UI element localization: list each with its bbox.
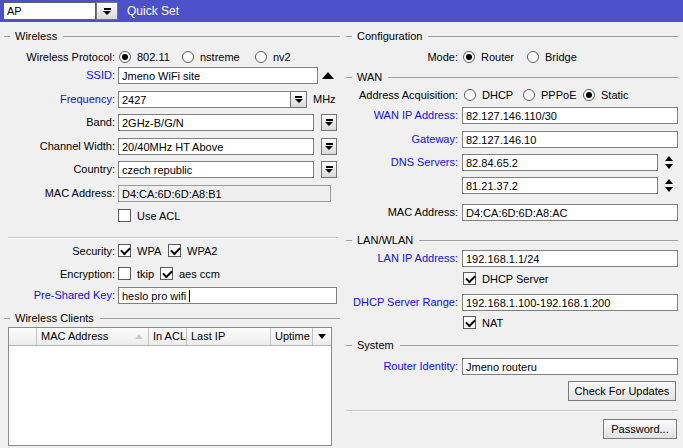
aes-ccm-label[interactable]: aes ccm: [179, 267, 220, 281]
wireless-clients-section-header: Wireless Clients: [4, 312, 340, 325]
channel-width-input[interactable]: [118, 138, 314, 155]
pre-shared-key-input[interactable]: [118, 287, 337, 304]
dns-servers-label: DNS Servers:: [330, 154, 458, 171]
left-divider: [8, 237, 338, 239]
wan-section-header: WAN: [346, 71, 678, 84]
table-header-in-acl[interactable]: In ACL: [149, 328, 187, 345]
radio-protocol-nv2[interactable]: [255, 51, 267, 63]
use-acl-label[interactable]: Use ACL: [137, 209, 180, 223]
check-for-updates-button[interactable]: Check For Updates: [568, 381, 676, 401]
section-dash: [4, 318, 10, 319]
section-line: [400, 345, 678, 346]
column-title: In ACL: [153, 330, 186, 342]
radio-mode-router-label[interactable]: Router: [481, 50, 514, 64]
dns-server-input-2[interactable]: [462, 177, 658, 194]
quick-set-window: Quick Set Wireless Wireless Protocol: 80…: [0, 0, 683, 448]
aes-ccm-checkbox[interactable]: [160, 267, 173, 280]
section-title: Configuration: [357, 30, 422, 43]
radio-acquisition-static[interactable]: [583, 89, 595, 101]
section-dash: [346, 345, 352, 346]
radio-acquisition-dhcp-label[interactable]: DHCP: [482, 88, 513, 102]
dhcp-server-label[interactable]: DHCP Server: [482, 272, 548, 286]
wpa-checkbox[interactable]: [118, 244, 131, 257]
arrow-up-icon: [665, 179, 673, 184]
gateway-input[interactable]: [462, 131, 678, 148]
section-dash: [4, 36, 10, 37]
radio-mode-bridge[interactable]: [527, 51, 539, 63]
frequency-dropdown-button[interactable]: [290, 91, 307, 108]
band-input[interactable]: [118, 114, 314, 131]
country-input[interactable]: [118, 161, 314, 178]
wireless-section-header: Wireless: [4, 30, 340, 43]
table-columns-dropdown-button[interactable]: [313, 328, 331, 345]
ssid-input[interactable]: [118, 67, 318, 84]
wan-ip-input[interactable]: [462, 107, 678, 124]
section-line: [388, 77, 678, 78]
tkip-label[interactable]: tkip: [137, 267, 154, 281]
mode-selector-dropdown-button[interactable]: [96, 2, 118, 20]
dhcp-server-checkbox[interactable]: [463, 272, 476, 285]
wan-mac-input[interactable]: [462, 204, 678, 221]
wan-mac-label: MAC Address:: [330, 204, 458, 221]
router-identity-input[interactable]: [462, 358, 678, 375]
section-line: [100, 318, 340, 319]
collapse-up-icon[interactable]: [322, 72, 334, 79]
column-title: Uptime: [275, 330, 310, 342]
text-caret: [189, 290, 190, 302]
address-acquisition-label: Address Acquisition:: [330, 87, 458, 104]
security-label: Security:: [6, 243, 115, 260]
tkip-checkbox[interactable]: [118, 267, 131, 280]
radio-protocol-nstreme-label[interactable]: nstreme: [200, 50, 240, 64]
lan-ip-input[interactable]: [462, 250, 678, 267]
table-header-uptime[interactable]: Uptime: [271, 328, 313, 345]
radio-protocol-80211-label[interactable]: 802.11: [137, 50, 170, 64]
mode-selector-input[interactable]: [3, 2, 96, 20]
table-header-mac-address[interactable]: MAC Address: [37, 328, 149, 345]
password-button[interactable]: Password...: [603, 419, 677, 439]
router-identity-label: Router Identity:: [330, 358, 458, 375]
section-dash: [346, 77, 352, 78]
section-title: System: [357, 339, 394, 352]
column-title: MAC Address: [41, 330, 108, 342]
pre-shared-key-label: Pre-Shared Key:: [6, 287, 115, 304]
radio-acquisition-static-label[interactable]: Static: [601, 88, 629, 102]
chevron-down-icon: [318, 334, 326, 339]
dns-1-up-down-stepper[interactable]: [661, 156, 677, 169]
radio-acquisition-pppoe-label[interactable]: PPPoE: [541, 88, 576, 102]
dns-server-input-1[interactable]: [462, 154, 658, 171]
sort-ascending-icon: [135, 334, 143, 339]
radio-acquisition-pppoe[interactable]: [523, 89, 535, 101]
dropdown-icon: [295, 99, 303, 103]
dropdown-icon: [103, 11, 111, 15]
dhcp-server-range-input[interactable]: [462, 294, 678, 311]
radio-acquisition-dhcp[interactable]: [464, 89, 476, 101]
country-label: Country:: [6, 161, 115, 178]
radio-protocol-80211[interactable]: [119, 51, 131, 63]
radio-mode-router[interactable]: [463, 51, 475, 63]
dhcp-server-range-label: DHCP Server Range:: [330, 294, 458, 311]
dns-2-up-down-stepper[interactable]: [661, 179, 677, 192]
section-title: LAN/WLAN: [357, 234, 413, 247]
section-dash: [346, 240, 352, 241]
nat-checkbox[interactable]: [463, 316, 476, 329]
section-title: WAN: [357, 71, 382, 84]
table-header-last-ip[interactable]: Last IP: [187, 328, 271, 345]
wpa2-checkbox[interactable]: [168, 244, 181, 257]
section-line: [63, 36, 340, 37]
configuration-section-header: Configuration: [346, 30, 678, 43]
frequency-label: Frequency:: [6, 91, 115, 108]
nat-label[interactable]: NAT: [482, 316, 503, 330]
wpa2-label[interactable]: WPA2: [187, 244, 217, 258]
use-acl-checkbox[interactable]: [118, 209, 131, 222]
radio-mode-bridge-label[interactable]: Bridge: [545, 50, 577, 64]
radio-protocol-nv2-label[interactable]: nv2: [273, 50, 291, 64]
window-title: Quick Set: [127, 0, 179, 22]
channel-width-label: Channel Width:: [6, 138, 115, 155]
lan-wlan-section-header: LAN/WLAN: [346, 234, 678, 247]
table-header-blank[interactable]: [9, 328, 37, 345]
frequency-input[interactable]: [118, 91, 291, 108]
gateway-label: Gateway:: [330, 131, 458, 148]
dropdown-icon: [104, 8, 111, 10]
radio-protocol-nstreme[interactable]: [182, 51, 194, 63]
wpa-label[interactable]: WPA: [137, 244, 161, 258]
